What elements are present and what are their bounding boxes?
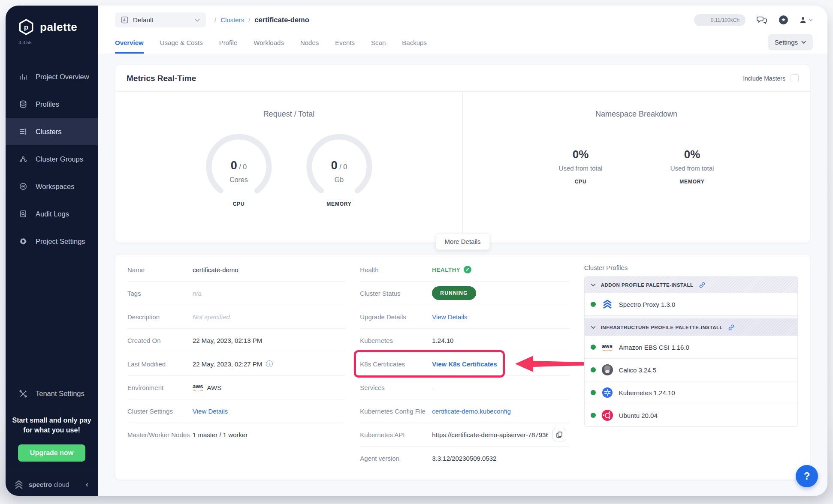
metrics-card: Metrics Real-Time Include Masters Reques… [115,65,810,243]
sidebar-item-profiles[interactable]: Profiles [6,90,98,118]
field-label: Description [127,313,193,321]
tab-usage-costs[interactable]: Usage & Costs [160,39,203,54]
tab-profile[interactable]: Profile [219,39,238,54]
field-label: Services [360,384,432,391]
sidebar-item-project-overview[interactable]: Project Overview [6,63,98,90]
sidebar-item-project-settings[interactable]: Project Settings [6,228,98,255]
sidebar-item-label: Audit Logs [36,210,69,218]
tab-workloads[interactable]: Workloads [254,39,284,54]
group-gap [585,315,797,319]
profile-item-spectro-proxy[interactable]: Spectro Proxy 1.3.0 [585,293,797,315]
breadcrumb-clusters-link[interactable]: Clusters [220,16,244,24]
gauge-total: / 0 [339,163,347,171]
gauge-metric-label: MEMORY [304,201,374,207]
memory-gauge: 0 / 0 Gb MEMORY [304,132,374,213]
row-created-on: Created On 22 May, 2023, 02:13 PM [127,329,345,352]
kubeconfig-link[interactable]: certificate-demo.kubeconfig [432,408,510,415]
namespace-stats: 0% Used from total CPU 0% Used from tota… [551,148,722,185]
include-masters-checkbox[interactable] [791,74,799,82]
row-master-worker: Master/Worker Nodes 1 master / 1 worker [127,423,345,447]
gauge-value: 0 / 0 [304,159,374,172]
status-dot-icon [591,345,596,350]
settings-button[interactable]: Settings [768,34,813,50]
tab-nodes[interactable]: Nodes [300,39,319,54]
metrics-title: Metrics Real-Time [127,74,196,83]
field-label: Name [127,266,193,273]
layers-icon [18,99,28,109]
field-label: Agent version [360,455,432,462]
environment-value: AWS [207,384,222,391]
field-label: Master/Worker Nodes [127,431,193,438]
upgrade-details-link[interactable]: View Details [432,313,467,321]
chat-icon[interactable] [757,15,768,25]
status-dot-icon [591,390,596,395]
namespace-cpu-stat: 0% Used from total CPU [551,148,611,185]
more-details-button[interactable]: More Details [435,233,489,250]
row-k8s-certificates: K8s Certificates View K8s Certificates [360,352,569,376]
profile-item-amazon-ebs[interactable]: aws Amazon EBS CSI 1.16.0 [585,336,797,358]
gauge-metric-label: CPU [204,201,274,207]
stat-metric-label: CPU [551,179,611,185]
cluster-profiles-panel: Cluster Profiles ADDON PROFILE PALETTE-I… [584,258,798,470]
profile-group-addon[interactable]: ADDON PROFILE PALETTE-INSTALL [585,277,797,293]
sidebar-item-audit-logs[interactable]: Audit Logs [6,200,98,228]
row-agent-version: Agent version 3.3.12/20230509.0532 [360,447,569,470]
tools-icon [18,389,28,399]
chevron-down-icon [195,18,200,22]
status-dot-icon [591,413,596,418]
profile-item-calico[interactable]: Calico 3.24.5 [585,358,797,381]
user-menu[interactable] [799,16,813,24]
star-badge-icon[interactable]: ★ [779,15,788,24]
sidebar-item-clusters[interactable]: Clusters [6,118,98,145]
info-icon[interactable]: i [266,360,273,367]
api-url-value: https://certificate-demo-apiserver-78793… [432,431,548,438]
stat-caption: Used from total [551,165,611,172]
row-kubernetes-api: Kubernetes API https://certificate-demo-… [360,423,569,447]
copy-icon[interactable] [552,428,566,441]
field-value: 1.24.10 [432,337,453,344]
tab-backups[interactable]: Backups [402,39,427,54]
promo-text: Start small and only pay for what you us… [12,415,92,435]
field-label: Kubernetes Config File [360,408,432,415]
tab-events[interactable]: Events [335,39,355,54]
sidebar-item-label: Project Overview [36,73,89,81]
chevron-down-icon [591,283,596,287]
nodes-icon [18,154,28,164]
row-last-modified: Last Modified 22 May, 2023, 02:27 PM i [127,352,345,376]
top-bar: Default / Clusters / certificate-demo 0.… [98,6,827,54]
upgrade-now-button[interactable]: Upgrade now [18,444,85,462]
field-value: 1 master / 1 worker [193,431,247,438]
field-label: Kubernetes API [360,431,432,438]
help-button[interactable]: ? [796,465,818,487]
field-label: Upgrade Details [360,313,432,321]
field-label: Cluster Status [360,290,432,297]
highlight-arrow [515,355,586,373]
profile-group-infrastructure[interactable]: INFRASTRUCTURE PROFILE PALETTE-INSTALL [585,319,797,336]
view-k8s-certificates-link[interactable]: View K8s Certificates [432,360,497,368]
footer-brand-light: cloud [52,481,69,488]
request-total-panel: Request / Total 0 / 0 Cores CPU [115,92,462,243]
row-kubernetes: Kubernetes 1.24.10 [360,329,569,352]
profile-item-ubuntu[interactable]: Ubuntu 20.04 [585,404,797,426]
footer-brand: spectro cloud [29,481,69,488]
content-area: Metrics Real-Time Include Masters Reques… [98,54,827,496]
row-cluster-status: Cluster Status RUNNING [360,282,569,305]
project-selector[interactable]: Default [115,12,206,27]
stat-value: 0% [662,148,722,161]
cluster-settings-link[interactable]: View Details [193,408,228,415]
aws-logo: aws [193,384,203,391]
tab-scan[interactable]: Scan [371,39,386,54]
sidebar-item-label: Project Settings [36,237,85,246]
sidebar-item-cluster-groups[interactable]: Cluster Groups [6,145,98,173]
sidebar-item-label: Profiles [36,100,59,108]
profile-item-kubernetes[interactable]: Kubernetes 1.24.10 [585,381,797,404]
row-services: Services - [360,376,569,399]
tab-overview[interactable]: Overview [115,39,144,54]
sidebar-item-workspaces[interactable]: Workspaces [6,173,98,200]
collapse-sidebar-chevron[interactable]: ‹ [86,480,88,489]
kubernetes-logo-icon [602,387,613,398]
include-masters-label: Include Masters [743,75,785,82]
sidebar-item-tenant-settings[interactable]: Tenant Settings [6,380,98,408]
sidebar: p palette 3.3.55 Project Overview Profil… [6,6,98,496]
field-value: n/a [193,290,202,297]
